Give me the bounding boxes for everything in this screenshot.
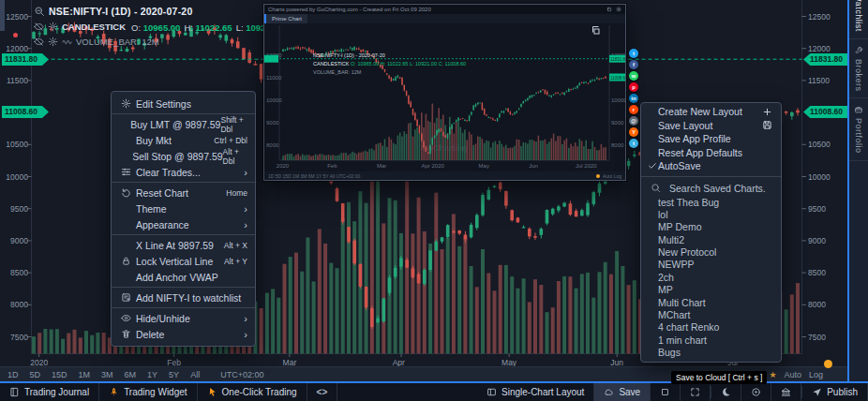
menu-item[interactable]: Reset ChartHome: [112, 185, 255, 200]
menu-item[interactable]: Sell Stop @ 9897.59Alt + Dbl: [112, 148, 255, 164]
menu-item[interactable]: Hide/Unhide›: [112, 310, 255, 326]
menu-item[interactable]: Add NIFTY-I to watchlist: [112, 290, 255, 305]
menu-item[interactable]: Add Anchor VWAP: [112, 269, 255, 285]
range-button-1m[interactable]: 1M: [79, 370, 91, 379]
saved-charts-search[interactable]: [641, 176, 781, 197]
range-button-6m[interactable]: 6M: [125, 370, 137, 379]
layout-menu-item-label: Reset App Defaults: [658, 147, 772, 158]
book-icon: [9, 387, 20, 397]
menu-item-label: Appearance: [136, 219, 244, 230]
saved-chart-item[interactable]: MChart: [641, 309, 781, 321]
eyeoff-icon[interactable]: [34, 37, 44, 47]
code-icon: <>: [317, 387, 328, 397]
saved-chart-item[interactable]: NEWPP: [641, 259, 781, 271]
saved-chart-item[interactable]: 2ch: [641, 272, 781, 284]
preview-legend-ohlc: CANDLESTICK O: 10965.00 H: 11022.65 L: 1…: [313, 60, 466, 67]
menu-item[interactable]: Appearance›: [112, 216, 255, 232]
share-reddit-button[interactable]: r: [629, 105, 638, 114]
saved-chart-item[interactable]: Bugs: [641, 347, 781, 359]
menu-item[interactable]: Theme›: [112, 200, 255, 216]
toolbar-square-button[interactable]: [651, 383, 681, 401]
share-facebook-button[interactable]: f: [629, 60, 638, 69]
submenu-arrow-icon: ›: [244, 330, 247, 339]
layout-menu-item[interactable]: AutoSave: [641, 159, 781, 173]
menu-item[interactable]: Edit Settings: [112, 96, 255, 111]
saved-chart-item[interactable]: Multi Chart: [641, 297, 781, 309]
saved-chart-item[interactable]: MP: [641, 284, 781, 296]
ohlc-value: 11022.65: [196, 22, 232, 33]
range-button-all[interactable]: All: [190, 370, 200, 379]
auto-scale-toggle[interactable]: Auto: [784, 370, 801, 379]
range-button-3m[interactable]: 3M: [101, 370, 113, 379]
range-button-1d[interactable]: 1D: [7, 370, 19, 379]
menu-section: Edit Settings: [112, 94, 255, 113]
menu-item[interactable]: Buy MktCtrl + Dbl: [112, 132, 255, 148]
layout-menu-item[interactable]: Create New Layout: [641, 105, 781, 119]
last-price-tag-left: 11008.60: [2, 106, 49, 118]
eyeoff-icon[interactable]: [34, 22, 44, 32]
menu-item[interactable]: X Line At 9897.59Alt + X: [112, 237, 255, 253]
saved-chart-item[interactable]: New Protocol: [641, 246, 781, 259]
timezone-label[interactable]: UTC+02:00: [220, 370, 263, 379]
gear-icon[interactable]: [48, 22, 58, 32]
menu-item-label: Add NIFTY-I to watchlist: [136, 292, 247, 304]
range-button-5y[interactable]: 5Y: [169, 370, 179, 379]
layout-menu-item[interactable]: Save App Profile: [641, 132, 781, 146]
toolbar-moon-button[interactable]: [711, 383, 741, 401]
listadd-icon: [121, 292, 131, 303]
search-input[interactable]: [667, 182, 798, 195]
share-hackernews-button[interactable]: Y: [629, 127, 638, 137]
submenu-arrow-icon: ›: [244, 314, 247, 323]
menu-item[interactable]: Lock Vertical LineAlt + Y: [112, 253, 255, 269]
range-button-1y[interactable]: 1Y: [147, 370, 157, 379]
toolbar-trading-widget-button[interactable]: Trading Widget: [99, 383, 197, 401]
eye-icon: [121, 313, 131, 323]
menu-item[interactable]: Clear Trades...›: [112, 164, 255, 180]
zoomout-icon: [34, 6, 45, 17]
saved-chart-item[interactable]: test Thea Bug: [641, 197, 781, 209]
share-pinterest-button[interactable]: p: [629, 82, 638, 92]
menu-item-label: Delete: [136, 329, 244, 340]
range-button-15d[interactable]: 15D: [52, 370, 67, 379]
price-tick-label: 11500: [0, 76, 28, 85]
toolbar-bank-button[interactable]: [771, 383, 801, 401]
check-icon: [648, 161, 657, 171]
svg-text:10000: 10000: [266, 97, 282, 103]
menu-item[interactable]: Delete›: [112, 326, 255, 342]
toolbar-publish-button[interactable]: Publish: [802, 383, 868, 401]
share-twitter-button[interactable]: t: [629, 49, 638, 58]
saved-chart-item[interactable]: 4 chart Renko: [641, 321, 781, 334]
saved-chart-item[interactable]: 1 min chart: [641, 334, 781, 347]
gear-icon[interactable]: [48, 37, 58, 47]
sidebar-tab-brokers[interactable]: Brokers: [849, 39, 868, 99]
toolbar-expand-button[interactable]: [681, 383, 711, 401]
star-icon[interactable]: ★: [769, 370, 776, 379]
share-telegram-button[interactable]: t: [629, 139, 638, 148]
share-linkedin-button[interactable]: in: [629, 94, 638, 103]
toolbar-save-button[interactable]: Save: [594, 383, 651, 401]
menu-item-label: Clear Trades...: [136, 167, 244, 178]
share-email-button[interactable]: @: [629, 116, 638, 126]
toolbar-target-button[interactable]: [741, 383, 771, 401]
range-button-5d[interactable]: 5D: [30, 370, 41, 379]
lock-icon: [121, 256, 131, 266]
sidebar-tab-portfolio[interactable]: Portfolio: [849, 98, 868, 161]
share-whatsapp-button[interactable]: w: [629, 71, 638, 81]
toolbar-single-chart-layout-button[interactable]: Single-Chart Layout: [477, 383, 594, 401]
toolbar---button[interactable]: <>: [307, 383, 338, 401]
toolbar-trading-journal-button[interactable]: Trading Journal: [0, 383, 99, 401]
saved-chart-item[interactable]: MP Demo: [641, 221, 781, 233]
toolbar-button-label: Trading Widget: [124, 387, 187, 397]
sidebar-tab-watchlist[interactable]: Watchlist: [849, 0, 868, 39]
layout-menu-item[interactable]: Save Layout: [641, 119, 781, 133]
layout-menu: Create New LayoutSave LayoutSave App Pro…: [640, 102, 782, 363]
collapsed-toolbar-strip[interactable]: [0, 0, 5, 31]
log-scale-toggle[interactable]: Log: [809, 370, 823, 379]
price-tick-label: 7500: [808, 333, 836, 342]
toolbar-one-click-trading-button[interactable]: One-Click Trading: [198, 383, 307, 401]
saved-chart-item[interactable]: Multi2: [641, 234, 781, 246]
sidebar-tab-label: Watchlist: [854, 0, 863, 32]
saved-chart-item[interactable]: lol: [641, 209, 781, 221]
menu-item[interactable]: Buy LMT @ 9897.59Shift + Dbl: [112, 116, 255, 132]
layout-menu-item[interactable]: Reset App Defaults: [641, 146, 781, 160]
